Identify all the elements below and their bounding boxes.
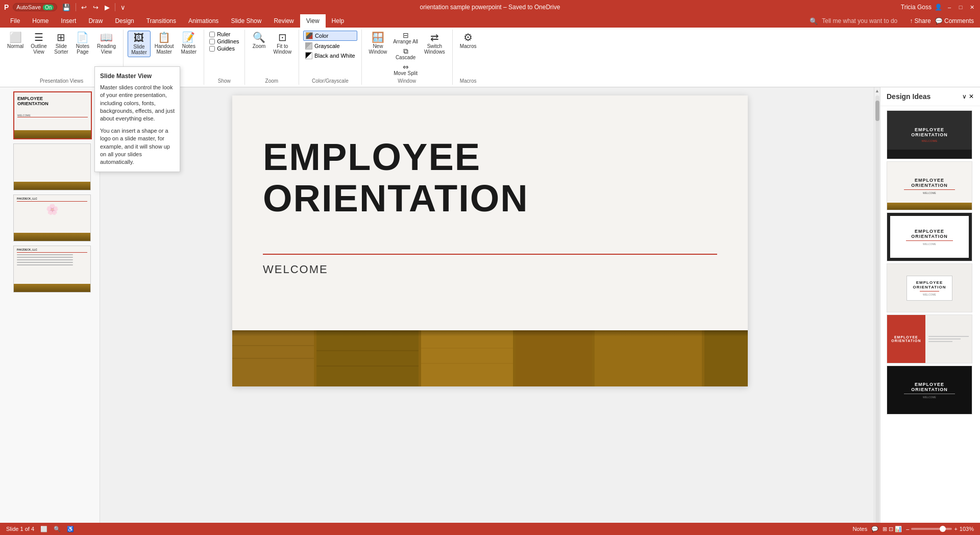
slide-sorter-label: SlideSorter (54, 43, 68, 55)
reading-view-icon: 📖 (100, 32, 113, 42)
tab-view[interactable]: View (300, 14, 326, 28)
slide-4-thumbnail[interactable]: PAKZDECK, LLC (13, 246, 91, 293)
outline-view-label: OutlineView (31, 43, 47, 55)
handout-master-button[interactable]: 📋 HandoutMaster (152, 31, 177, 56)
thumb-3-hr (17, 201, 87, 202)
scroll-track[interactable] (875, 95, 879, 526)
tab-help[interactable]: Help (326, 14, 351, 28)
normal-view-label: Normal (7, 43, 23, 49)
zoom-thumb[interactable] (940, 526, 946, 532)
share-button[interactable]: ↑ Share (910, 17, 930, 25)
maximize-button[interactable]: □ (957, 3, 965, 11)
present-icon[interactable]: ▶ (104, 3, 111, 12)
scroll-thumb[interactable] (875, 101, 879, 121)
design-panel-close[interactable]: ✕ (969, 93, 974, 100)
zoom-minus[interactable]: – (906, 526, 909, 532)
notes-button[interactable]: Notes (852, 526, 867, 532)
share-icon: 👤 (935, 4, 942, 11)
slide-3-thumbnail[interactable]: PAKZDECK, LLC 🌸 (13, 194, 91, 241)
zoom-button[interactable]: 🔍 Zoom (249, 31, 270, 51)
slide-area[interactable]: EMPLOYEEORIENTATION WELCOME (100, 87, 880, 534)
design-ideas-list[interactable]: EMPLOYEEORIENTATION WELCOME EMPLOYEEORIE… (880, 106, 980, 534)
cascade-button[interactable]: ⧉ Cascade (391, 46, 420, 61)
grayscale-swatch-button[interactable]: Grayscale (303, 41, 357, 51)
slide-sorter-button[interactable]: ⊞ SlideSorter (51, 31, 71, 56)
notes-page-icon: 📄 (76, 32, 89, 42)
slide-1-thumbnail[interactable]: EMPLOYEEORIENTATION WELCOME (13, 91, 92, 139)
reading-view-button[interactable]: 📖 ReadingView (94, 31, 119, 56)
zoom-plus[interactable]: + (954, 526, 957, 532)
design-6-line (904, 394, 955, 394)
ruler-check[interactable] (209, 32, 215, 37)
slide-main-title: EMPLOYEEORIENTATION (263, 136, 717, 220)
notes-master-button[interactable]: 📝 NotesMaster (178, 31, 200, 56)
scroll-up-arrow[interactable]: ▲ (874, 87, 880, 94)
tab-file[interactable]: File (4, 14, 26, 28)
customize-icon[interactable]: ∨ (119, 3, 127, 12)
qa-separator2 (115, 3, 115, 11)
design-1-title: EMPLOYEEORIENTATION (911, 127, 948, 137)
status-icon1: ⬜ (40, 526, 47, 532)
tab-review[interactable]: Review (267, 14, 300, 28)
color-swatches: Color Grayscale Black and White (303, 31, 357, 60)
tab-animations[interactable]: Animations (182, 14, 225, 28)
move-split-button[interactable]: ⇔ Move Split (391, 62, 420, 77)
design-ideas-panel: Design Ideas ∨ ✕ EMPLOYEEORIENTATION WEL… (880, 87, 980, 534)
tooltip: Slide Master View Master slides control … (94, 66, 180, 172)
vertical-scrollbar[interactable]: ▲ ▼ (874, 87, 880, 534)
redo-icon[interactable]: ↪ (92, 3, 100, 12)
autosave-state: On (43, 5, 54, 10)
gridlines-checkbox[interactable]: Gridlines (208, 38, 240, 45)
gridlines-check[interactable] (209, 39, 215, 44)
guides-check[interactable] (209, 46, 215, 52)
tooltip-body1: Master slides control the look of your e… (100, 84, 175, 123)
search-placeholder[interactable]: Tell me what you want to do (822, 17, 897, 25)
comments-button[interactable]: 💬 Comments (935, 17, 974, 25)
notes-page-button[interactable]: 📄 NotesPage (72, 31, 93, 56)
app-logo: P (4, 3, 9, 11)
save-icon[interactable]: 💾 (61, 3, 71, 12)
ruler-checkbox[interactable]: Ruler (208, 31, 240, 38)
design-thumb-2[interactable]: EMPLOYEEORIENTATION WELCOME (887, 161, 972, 210)
svg-rect-2 (316, 330, 419, 386)
design-thumb-1[interactable]: EMPLOYEEORIENTATION WELCOME (887, 110, 972, 159)
slide-2-thumbnail[interactable] (13, 143, 91, 190)
tab-home[interactable]: Home (26, 14, 55, 28)
tab-slide-show[interactable]: Slide Show (225, 14, 267, 28)
design-thumb-4[interactable]: EMPLOYEEORIENTATION WELCOME (887, 263, 972, 312)
close-button[interactable]: ✕ (968, 3, 976, 11)
tab-design[interactable]: Design (109, 14, 140, 28)
tab-insert[interactable]: Insert (55, 14, 82, 28)
design-thumb-3[interactable]: EMPLOYEEORIENTATION WELCOME (887, 212, 972, 261)
color-grayscale-label: Color/Grayscale (312, 77, 349, 84)
arrange-all-button[interactable]: ⊟ Arrange All (391, 31, 420, 45)
zoom-slider[interactable] (911, 528, 952, 530)
tooltip-body2: You can insert a shape or a logo on a sl… (100, 127, 175, 166)
design-4-title: EMPLOYEEORIENTATION (913, 280, 946, 289)
cascade-label: Cascade (396, 55, 415, 60)
autosave-toggle[interactable]: AutoSave On (13, 3, 57, 11)
window-buttons: 🪟 NewWindow ⊟ Arrange All ⧉ Cascade ⇔ Mo… (366, 31, 448, 77)
slide-master-button[interactable]: 🖼 SlideMaster (128, 31, 151, 57)
tab-draw[interactable]: Draw (82, 14, 109, 28)
black-white-swatch-button[interactable]: Black and White (303, 51, 357, 60)
slide-panel[interactable]: 1 EMPLOYEEORIENTATION WELCOME 2 (0, 87, 100, 534)
new-window-button[interactable]: 🪟 NewWindow (366, 31, 390, 56)
design-panel-dropdown[interactable]: ∨ (962, 93, 967, 100)
zoom-control[interactable]: – + 103% (906, 526, 974, 532)
guides-checkbox[interactable]: Guides (208, 45, 240, 52)
design-thumb-6[interactable]: EMPLOYEEORIENTATION WELCOME (887, 366, 972, 415)
minimize-button[interactable]: – (945, 3, 953, 11)
thumb-4-line5 (17, 264, 73, 265)
fit-window-button[interactable]: ⊡ Fit toWindow (271, 31, 295, 56)
tab-transitions[interactable]: Transitions (140, 14, 182, 28)
switch-windows-button[interactable]: ⇄ SwitchWindows (421, 31, 448, 56)
thumb-4-logo: PAKZDECK, LLC (17, 248, 87, 251)
undo-icon[interactable]: ↩ (80, 3, 88, 12)
normal-view-button[interactable]: ⬜ Normal (4, 31, 27, 51)
outline-view-button[interactable]: ☰ OutlineView (28, 31, 50, 56)
macros-button[interactable]: ⚙ Macros (457, 31, 480, 51)
design-5-red: EMPLOYEEORIENTATION (887, 315, 925, 363)
color-swatch-button[interactable]: Color (303, 31, 357, 41)
design-thumb-5[interactable]: EMPLOYEEORIENTATION (887, 314, 972, 363)
